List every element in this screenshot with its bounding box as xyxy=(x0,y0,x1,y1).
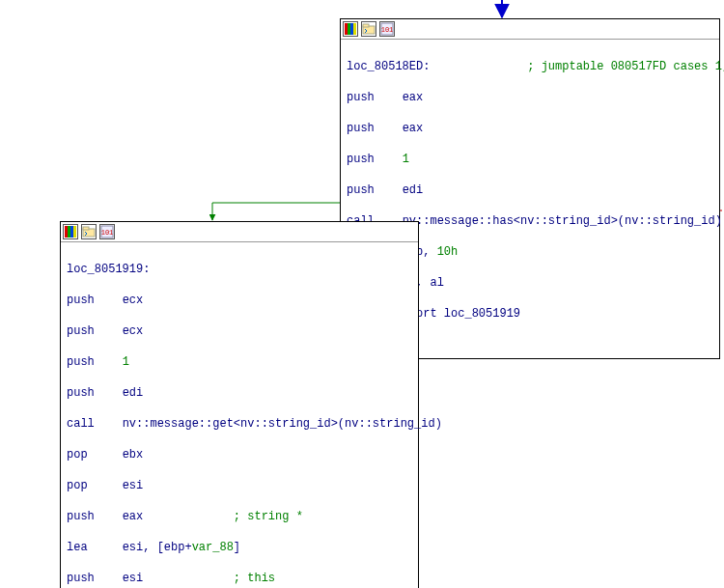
svg-rect-5 xyxy=(353,23,356,35)
svg-rect-7 xyxy=(363,24,369,27)
palette-icon xyxy=(63,224,78,239)
disasm-body: loc_8051919: push ecx push ecx push 1 pu… xyxy=(61,242,418,588)
svg-rect-4 xyxy=(350,23,353,35)
node-titlebar: 101 xyxy=(61,222,418,242)
basic-block-node[interactable]: 101 loc_8051919: push ecx push ecx push … xyxy=(60,221,419,588)
svg-rect-10 xyxy=(65,226,68,238)
hex-icon: 101 xyxy=(99,224,115,239)
svg-text:101: 101 xyxy=(101,229,114,237)
block-label: loc_8051919: xyxy=(67,263,150,276)
palette-icon xyxy=(343,21,358,37)
block-label: loc_80518ED: xyxy=(347,60,430,73)
block-comment: ; jumptable 080517FD cases 1,3,7 xyxy=(527,60,724,73)
folder-icon xyxy=(81,224,97,239)
svg-rect-12 xyxy=(70,226,73,238)
hex-icon: 101 xyxy=(379,21,395,37)
svg-rect-15 xyxy=(83,227,89,230)
folder-icon xyxy=(361,21,376,37)
node-titlebar: 101 xyxy=(341,19,719,40)
svg-text:101: 101 xyxy=(381,26,394,34)
svg-rect-3 xyxy=(348,23,350,35)
svg-rect-11 xyxy=(68,226,70,238)
svg-rect-13 xyxy=(73,226,76,238)
svg-rect-2 xyxy=(345,23,348,35)
